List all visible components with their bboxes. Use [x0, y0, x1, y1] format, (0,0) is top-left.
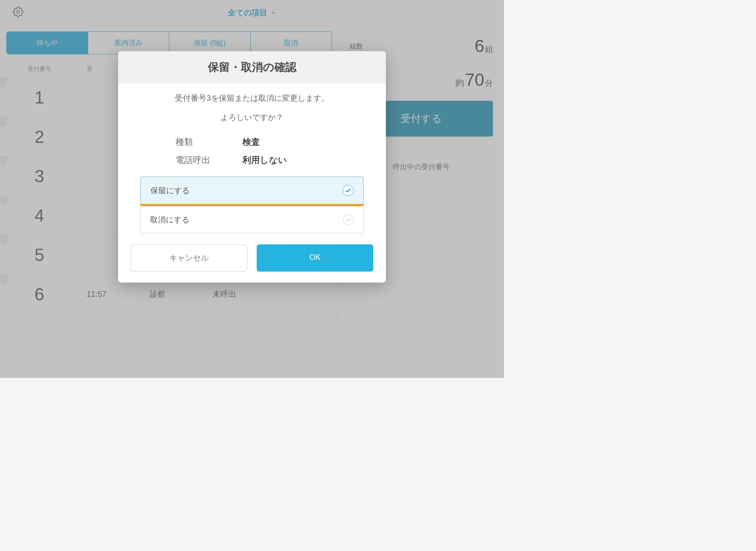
cancel-button[interactable]: キャンセル — [131, 244, 247, 272]
info-type-row: 種類 検査 — [140, 133, 364, 151]
ok-button[interactable]: OK — [257, 244, 373, 272]
info-phone-row: 電話呼出 利用しない — [140, 151, 364, 169]
modal-message: 受付番号3を保留または取消に変更します。 — [140, 93, 364, 104]
confirm-modal: 保留・取消の確認 受付番号3を保留または取消に変更します。 よろしいですか？ 種… — [118, 51, 386, 283]
info-value: 利用しない — [243, 154, 287, 166]
modal-title: 保留・取消の確認 — [118, 51, 386, 83]
option-cancel[interactable]: 取消にする — [141, 206, 363, 233]
info-value: 検査 — [243, 136, 260, 148]
option-label: 保留にする — [150, 185, 190, 196]
radio-checked-icon — [343, 185, 354, 196]
info-label: 種類 — [176, 136, 219, 148]
radio-unchecked-icon — [343, 214, 354, 225]
highlight-annotation: 保留にする — [140, 176, 364, 206]
modal-confirm-text: よろしいですか？ — [140, 112, 364, 123]
option-hold[interactable]: 保留にする — [141, 177, 363, 204]
modal-overlay: 保留・取消の確認 受付番号3を保留または取消に変更します。 よろしいですか？ 種… — [0, 0, 504, 378]
info-label: 電話呼出 — [176, 154, 219, 166]
option-label: 取消にする — [150, 214, 189, 225]
